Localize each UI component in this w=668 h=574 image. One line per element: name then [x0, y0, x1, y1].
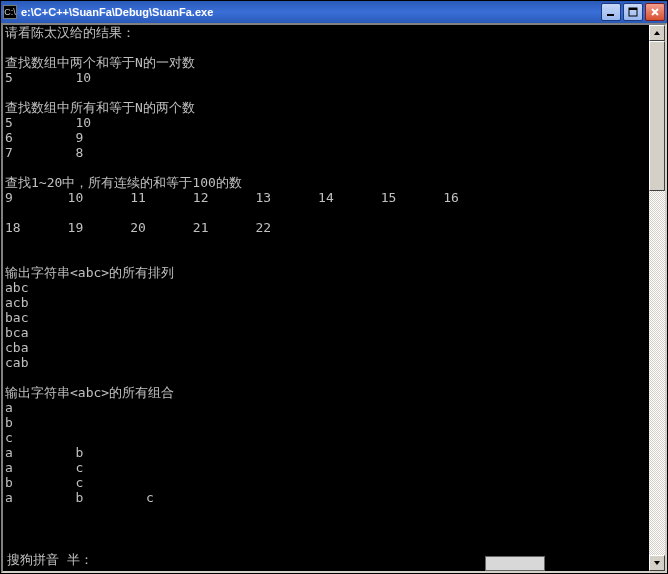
arrow-down-icon: [653, 559, 661, 567]
maximize-button[interactable]: [623, 3, 643, 21]
close-button[interactable]: [645, 3, 665, 21]
titlebar[interactable]: C:\ e:\C+C++\SuanFa\Debug\SuanFa.exe: [1, 1, 667, 23]
console-line: [5, 235, 647, 250]
ime-label: 搜狗拼音 半：: [7, 551, 93, 569]
console-line: 5 10: [5, 70, 647, 85]
console-line: a c: [5, 460, 647, 475]
svg-marker-5: [654, 31, 660, 35]
window-controls: [601, 3, 665, 21]
console-line: [5, 370, 647, 385]
app-icon-label: C:\: [4, 7, 16, 17]
arrow-up-icon: [653, 29, 661, 37]
console-line: [5, 205, 647, 220]
svg-rect-0: [607, 14, 614, 16]
console-line: 输出字符串<abc>的所有排列: [5, 265, 647, 280]
console-line: [5, 505, 647, 520]
scroll-down-button[interactable]: [649, 555, 665, 571]
console-line: 9 10 11 12 13 14 15 16: [5, 190, 647, 205]
console-line: [5, 160, 647, 175]
console-output[interactable]: 请看陈太汉给的结果： 查找数组中两个和等于N的一对数5 10 查找数组中所有和等…: [3, 25, 649, 571]
ime-candidate-box[interactable]: [485, 556, 545, 571]
svg-rect-2: [629, 8, 637, 10]
svg-marker-6: [654, 561, 660, 565]
scroll-up-button[interactable]: [649, 25, 665, 41]
console-line: 5 10: [5, 115, 647, 130]
console-line: 请看陈太汉给的结果：: [5, 25, 647, 40]
console-line: a b: [5, 445, 647, 460]
console-line: b c: [5, 475, 647, 490]
console-line: c: [5, 430, 647, 445]
vertical-scrollbar[interactable]: [649, 25, 665, 571]
console-line: abc: [5, 280, 647, 295]
console-line: 查找数组中所有和等于N的两个数: [5, 100, 647, 115]
console-line: cba: [5, 340, 647, 355]
console-line: a b c: [5, 490, 647, 505]
minimize-icon: [606, 7, 616, 17]
close-icon: [650, 7, 660, 17]
ime-status[interactable]: 搜狗拼音 半：: [5, 551, 95, 569]
console-line: b: [5, 415, 647, 430]
console-line: 输出字符串<abc>的所有组合: [5, 385, 647, 400]
console-line: bac: [5, 310, 647, 325]
minimize-button[interactable]: [601, 3, 621, 21]
console-line: bca: [5, 325, 647, 340]
client-area: 请看陈太汉给的结果： 查找数组中两个和等于N的一对数5 10 查找数组中所有和等…: [1, 23, 667, 573]
scroll-track[interactable]: [649, 41, 665, 555]
app-icon[interactable]: C:\: [3, 5, 17, 19]
console-line: cab: [5, 355, 647, 370]
console-line: 7 8: [5, 145, 647, 160]
scroll-thumb[interactable]: [649, 41, 665, 191]
window-title: e:\C+C++\SuanFa\Debug\SuanFa.exe: [21, 6, 601, 18]
console-line: 18 19 20 21 22: [5, 220, 647, 235]
console-line: [5, 40, 647, 55]
console-window: C:\ e:\C+C++\SuanFa\Debug\SuanFa.exe: [0, 0, 668, 574]
console-line: acb: [5, 295, 647, 310]
console-line: [5, 85, 647, 100]
console-line: a: [5, 400, 647, 415]
console-line: [5, 250, 647, 265]
console-line: 查找1~20中，所有连续的和等于100的数: [5, 175, 647, 190]
console-line: 查找数组中两个和等于N的一对数: [5, 55, 647, 70]
maximize-icon: [628, 7, 638, 17]
console-line: 6 9: [5, 130, 647, 145]
